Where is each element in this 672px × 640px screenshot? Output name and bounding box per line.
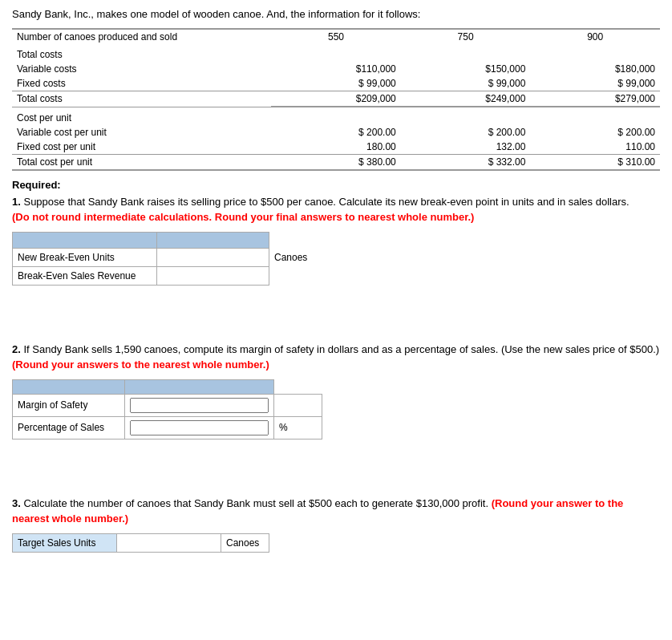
question2: 2. If Sandy Bank sells 1,590 canoes, com… bbox=[12, 342, 660, 439]
q1-col-header2 bbox=[157, 232, 269, 248]
q1-input-cell[interactable] bbox=[157, 266, 269, 285]
row-value: $249,000 bbox=[401, 91, 531, 107]
data-table: Number of canoes produced and sold 550 7… bbox=[12, 28, 660, 171]
question3: 3. Calculate the number of canoes that S… bbox=[12, 496, 660, 553]
q1-input[interactable] bbox=[159, 270, 267, 282]
table-row: Cost per unit bbox=[12, 107, 660, 125]
table-row: Total cost per unit$ 380.00$ 332.00$ 310… bbox=[12, 154, 660, 170]
row-value: $110,000 bbox=[271, 62, 401, 76]
q2-number: 2. bbox=[12, 343, 21, 355]
row-value: $ 200.00 bbox=[271, 125, 401, 140]
margin-of-safety-input[interactable] bbox=[130, 398, 269, 413]
row-value: $ 99,000 bbox=[401, 76, 531, 91]
row-value: $150,000 bbox=[401, 62, 531, 76]
q1-col-header1 bbox=[13, 232, 157, 248]
table-row: Variable costs$110,000$150,000$180,000 bbox=[12, 62, 660, 76]
q1-input-cell[interactable] bbox=[157, 248, 269, 266]
pct-of-sales-input[interactable] bbox=[130, 420, 269, 435]
table-row: Fixed costs$ 99,000$ 99,000$ 99,000 bbox=[12, 76, 660, 91]
table-row: Percentage of Sales % bbox=[13, 416, 322, 439]
table-row: Total costs$209,000$249,000$279,000 bbox=[12, 91, 660, 107]
q2-answer-table: Margin of Safety Percentage of Sales % bbox=[12, 379, 322, 439]
margin-of-safety-input-cell[interactable] bbox=[125, 394, 274, 416]
row-value: $ 99,000 bbox=[530, 76, 660, 91]
table-row: Fixed cost per unit180.00132.00110.00 bbox=[12, 140, 660, 155]
row-value: $180,000 bbox=[530, 62, 660, 76]
q3-unit-cell: Canoes bbox=[221, 533, 269, 552]
row-value: $ 310.00 bbox=[530, 154, 660, 170]
row-value: $209,000 bbox=[271, 91, 401, 107]
row-value: $ 99,000 bbox=[271, 76, 401, 91]
question1-text: 1. Suppose that Sandy Bank raises its se… bbox=[12, 194, 660, 225]
q2-instruction: (Round your answers to the nearest whole… bbox=[12, 358, 269, 371]
row-value: $ 380.00 bbox=[271, 154, 401, 170]
table-col3-header: 900 bbox=[530, 29, 660, 44]
row-value: $ 200.00 bbox=[530, 125, 660, 140]
q1-unit bbox=[269, 266, 326, 285]
q1-row-label: Break-Even Sales Revenue bbox=[13, 266, 157, 285]
table-col1-header: 550 bbox=[271, 29, 401, 44]
row-value bbox=[271, 44, 401, 62]
pct-of-sales-unit: % bbox=[274, 416, 322, 439]
table-row: Variable cost per unit$ 200.00$ 200.00$ … bbox=[12, 125, 660, 140]
required-section: Required: 1. Suppose that Sandy Bank rai… bbox=[12, 179, 660, 553]
q3-input-cell[interactable] bbox=[117, 533, 221, 552]
q3-number: 3. bbox=[12, 497, 21, 509]
table-row: New Break-Even UnitsCanoes bbox=[13, 248, 326, 266]
table-row: Target Sales Units Canoes bbox=[13, 533, 269, 552]
row-value bbox=[271, 107, 401, 125]
row-label: Variable costs bbox=[12, 62, 271, 76]
q1-unit: Canoes bbox=[269, 248, 326, 266]
q3-answer-table: Target Sales Units Canoes bbox=[12, 533, 269, 553]
q1-row-label: New Break-Even Units bbox=[13, 248, 157, 266]
q3-label-cell: Target Sales Units bbox=[13, 533, 117, 552]
required-label: Required: bbox=[12, 179, 660, 191]
row-label: Cost per unit bbox=[12, 107, 271, 125]
pct-of-sales-label: Percentage of Sales bbox=[13, 416, 125, 439]
question1: 1. Suppose that Sandy Bank raises its se… bbox=[12, 194, 660, 286]
target-sales-units-input[interactable] bbox=[122, 537, 216, 549]
row-label: Fixed cost per unit bbox=[12, 140, 271, 155]
question2-text: 2. If Sandy Bank sells 1,590 canoes, com… bbox=[12, 342, 660, 373]
row-label: Total costs bbox=[12, 44, 271, 62]
q3-instruction: (Round your answer to the nearest whole … bbox=[12, 497, 623, 525]
row-value: $279,000 bbox=[530, 91, 660, 107]
q1-instruction: (Do not round intermediate calculations.… bbox=[12, 211, 474, 223]
q1-number: 1. bbox=[12, 196, 21, 208]
margin-of-safety-label: Margin of Safety bbox=[13, 394, 125, 416]
row-value: 110.00 bbox=[530, 140, 660, 155]
row-value: 132.00 bbox=[401, 140, 531, 155]
q1-input[interactable] bbox=[159, 252, 267, 263]
pct-of-sales-input-cell[interactable] bbox=[125, 416, 274, 439]
table-row: Margin of Safety bbox=[13, 394, 322, 416]
row-value bbox=[530, 44, 660, 62]
row-value bbox=[401, 44, 531, 62]
table-header-label: Number of canoes produced and sold bbox=[12, 29, 271, 44]
table-col2-header: 750 bbox=[401, 29, 531, 44]
intro-text: Sandy Bank, Inc., makes one model of woo… bbox=[12, 8, 660, 20]
question3-text: 3. Calculate the number of canoes that S… bbox=[12, 496, 660, 527]
row-value bbox=[401, 107, 531, 125]
q1-col-header3 bbox=[269, 232, 326, 248]
q1-answer-table: New Break-Even UnitsCanoesBreak-Even Sal… bbox=[12, 232, 326, 286]
row-value: 180.00 bbox=[271, 140, 401, 155]
row-label: Fixed costs bbox=[12, 76, 271, 91]
row-value bbox=[530, 107, 660, 125]
row-value: $ 332.00 bbox=[401, 154, 531, 170]
row-value: $ 200.00 bbox=[401, 125, 531, 140]
row-label: Variable cost per unit bbox=[12, 125, 271, 140]
q2-col-header1 bbox=[13, 379, 125, 394]
q2-col-header2 bbox=[125, 379, 274, 394]
margin-of-safety-unit bbox=[274, 394, 322, 416]
table-row: Break-Even Sales Revenue bbox=[13, 266, 326, 285]
row-label: Total cost per unit bbox=[12, 154, 271, 170]
table-row: Total costs bbox=[12, 44, 660, 62]
q2-col-header3 bbox=[274, 379, 322, 394]
row-label: Total costs bbox=[12, 91, 271, 107]
